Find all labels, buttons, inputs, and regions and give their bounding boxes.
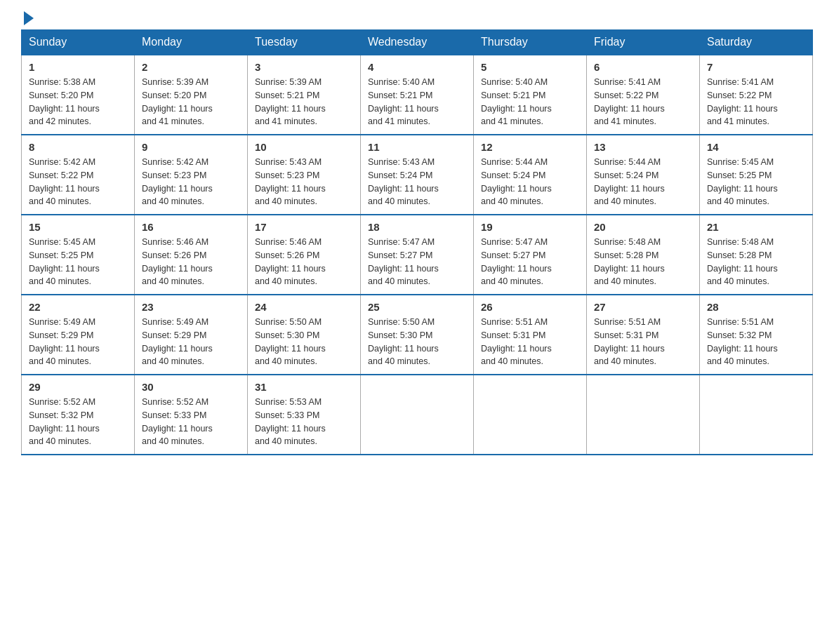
day-info: Sunrise: 5:45 AMSunset: 5:25 PMDaylight:… [707, 156, 805, 208]
logo-arrow-icon [24, 11, 34, 25]
calendar-day-cell: 16Sunrise: 5:46 AMSunset: 5:26 PMDayligh… [135, 215, 248, 295]
day-number: 8 [29, 141, 127, 153]
calendar-day-cell: 3Sunrise: 5:39 AMSunset: 5:21 PMDaylight… [248, 55, 361, 135]
calendar-day-cell: 17Sunrise: 5:46 AMSunset: 5:26 PMDayligh… [248, 215, 361, 295]
day-number: 2 [142, 61, 240, 73]
day-info: Sunrise: 5:40 AMSunset: 5:21 PMDaylight:… [368, 76, 466, 128]
calendar-day-cell: 5Sunrise: 5:40 AMSunset: 5:21 PMDaylight… [474, 55, 587, 135]
calendar-day-cell: 28Sunrise: 5:51 AMSunset: 5:32 PMDayligh… [700, 295, 813, 375]
day-number: 19 [481, 221, 579, 233]
calendar-day-cell: 24Sunrise: 5:50 AMSunset: 5:30 PMDayligh… [248, 295, 361, 375]
day-number: 29 [29, 381, 127, 393]
day-number: 24 [255, 301, 353, 313]
calendar-day-cell: 30Sunrise: 5:52 AMSunset: 5:33 PMDayligh… [135, 375, 248, 455]
day-info: Sunrise: 5:40 AMSunset: 5:21 PMDaylight:… [481, 76, 579, 128]
calendar-day-cell: 25Sunrise: 5:50 AMSunset: 5:30 PMDayligh… [361, 295, 474, 375]
calendar-day-cell: 29Sunrise: 5:52 AMSunset: 5:32 PMDayligh… [22, 375, 135, 455]
weekday-header-wednesday: Wednesday [361, 30, 474, 55]
day-info: Sunrise: 5:51 AMSunset: 5:32 PMDaylight:… [707, 316, 805, 368]
calendar-week-row: 22Sunrise: 5:49 AMSunset: 5:29 PMDayligh… [22, 295, 813, 375]
day-number: 17 [255, 221, 353, 233]
calendar-day-cell: 27Sunrise: 5:51 AMSunset: 5:31 PMDayligh… [587, 295, 700, 375]
weekday-header-tuesday: Tuesday [248, 30, 361, 55]
day-number: 12 [481, 141, 579, 153]
weekday-header-monday: Monday [135, 30, 248, 55]
day-number: 27 [594, 301, 692, 313]
logo [21, 14, 34, 22]
day-info: Sunrise: 5:41 AMSunset: 5:22 PMDaylight:… [594, 76, 692, 128]
day-info: Sunrise: 5:38 AMSunset: 5:20 PMDaylight:… [29, 76, 127, 128]
day-info: Sunrise: 5:47 AMSunset: 5:27 PMDaylight:… [481, 236, 579, 288]
day-number: 28 [707, 301, 805, 313]
day-number: 16 [142, 221, 240, 233]
calendar-week-row: 15Sunrise: 5:45 AMSunset: 5:25 PMDayligh… [22, 215, 813, 295]
day-number: 1 [29, 61, 127, 73]
calendar-week-row: 29Sunrise: 5:52 AMSunset: 5:32 PMDayligh… [22, 375, 813, 455]
day-number: 11 [368, 141, 466, 153]
calendar-day-cell: 8Sunrise: 5:42 AMSunset: 5:22 PMDaylight… [22, 135, 135, 215]
calendar-day-cell: 1Sunrise: 5:38 AMSunset: 5:20 PMDaylight… [22, 55, 135, 135]
day-number: 10 [255, 141, 353, 153]
calendar-day-cell: 12Sunrise: 5:44 AMSunset: 5:24 PMDayligh… [474, 135, 587, 215]
day-info: Sunrise: 5:43 AMSunset: 5:23 PMDaylight:… [255, 156, 353, 208]
calendar-day-cell: 22Sunrise: 5:49 AMSunset: 5:29 PMDayligh… [22, 295, 135, 375]
calendar-day-cell: 11Sunrise: 5:43 AMSunset: 5:24 PMDayligh… [361, 135, 474, 215]
day-info: Sunrise: 5:52 AMSunset: 5:33 PMDaylight:… [142, 396, 240, 448]
day-info: Sunrise: 5:48 AMSunset: 5:28 PMDaylight:… [594, 236, 692, 288]
day-number: 22 [29, 301, 127, 313]
day-info: Sunrise: 5:48 AMSunset: 5:28 PMDaylight:… [707, 236, 805, 288]
calendar-empty-cell [587, 375, 700, 455]
calendar-day-cell: 13Sunrise: 5:44 AMSunset: 5:24 PMDayligh… [587, 135, 700, 215]
day-info: Sunrise: 5:41 AMSunset: 5:22 PMDaylight:… [707, 76, 805, 128]
day-number: 21 [707, 221, 805, 233]
calendar-empty-cell [361, 375, 474, 455]
day-info: Sunrise: 5:45 AMSunset: 5:25 PMDaylight:… [29, 236, 127, 288]
day-info: Sunrise: 5:44 AMSunset: 5:24 PMDaylight:… [594, 156, 692, 208]
calendar-day-cell: 23Sunrise: 5:49 AMSunset: 5:29 PMDayligh… [135, 295, 248, 375]
day-info: Sunrise: 5:42 AMSunset: 5:22 PMDaylight:… [29, 156, 127, 208]
day-number: 31 [255, 381, 353, 393]
day-info: Sunrise: 5:44 AMSunset: 5:24 PMDaylight:… [481, 156, 579, 208]
day-info: Sunrise: 5:47 AMSunset: 5:27 PMDaylight:… [368, 236, 466, 288]
calendar-day-cell: 18Sunrise: 5:47 AMSunset: 5:27 PMDayligh… [361, 215, 474, 295]
day-info: Sunrise: 5:49 AMSunset: 5:29 PMDaylight:… [142, 316, 240, 368]
day-info: Sunrise: 5:51 AMSunset: 5:31 PMDaylight:… [594, 316, 692, 368]
calendar-day-cell: 7Sunrise: 5:41 AMSunset: 5:22 PMDaylight… [700, 55, 813, 135]
calendar-day-cell: 19Sunrise: 5:47 AMSunset: 5:27 PMDayligh… [474, 215, 587, 295]
day-number: 6 [594, 61, 692, 73]
calendar-day-cell: 4Sunrise: 5:40 AMSunset: 5:21 PMDaylight… [361, 55, 474, 135]
day-info: Sunrise: 5:53 AMSunset: 5:33 PMDaylight:… [255, 396, 353, 448]
day-info: Sunrise: 5:46 AMSunset: 5:26 PMDaylight:… [255, 236, 353, 288]
logo-general-text [21, 14, 34, 25]
day-number: 18 [368, 221, 466, 233]
weekday-header-sunday: Sunday [22, 30, 135, 55]
calendar-day-cell: 20Sunrise: 5:48 AMSunset: 5:28 PMDayligh… [587, 215, 700, 295]
day-number: 14 [707, 141, 805, 153]
weekday-header-saturday: Saturday [700, 30, 813, 55]
day-info: Sunrise: 5:43 AMSunset: 5:24 PMDaylight:… [368, 156, 466, 208]
day-info: Sunrise: 5:46 AMSunset: 5:26 PMDaylight:… [142, 236, 240, 288]
day-info: Sunrise: 5:52 AMSunset: 5:32 PMDaylight:… [29, 396, 127, 448]
day-number: 23 [142, 301, 240, 313]
day-info: Sunrise: 5:39 AMSunset: 5:20 PMDaylight:… [142, 76, 240, 128]
day-number: 26 [481, 301, 579, 313]
day-number: 4 [368, 61, 466, 73]
weekday-header-thursday: Thursday [474, 30, 587, 55]
day-info: Sunrise: 5:39 AMSunset: 5:21 PMDaylight:… [255, 76, 353, 128]
day-info: Sunrise: 5:51 AMSunset: 5:31 PMDaylight:… [481, 316, 579, 368]
calendar-week-row: 8Sunrise: 5:42 AMSunset: 5:22 PMDaylight… [22, 135, 813, 215]
day-number: 7 [707, 61, 805, 73]
calendar-table: SundayMondayTuesdayWednesdayThursdayFrid… [21, 29, 813, 455]
calendar-header-row: SundayMondayTuesdayWednesdayThursdayFrid… [22, 30, 813, 55]
day-number: 13 [594, 141, 692, 153]
calendar-day-cell: 26Sunrise: 5:51 AMSunset: 5:31 PMDayligh… [474, 295, 587, 375]
calendar-empty-cell [700, 375, 813, 455]
weekday-header-friday: Friday [587, 30, 700, 55]
day-number: 30 [142, 381, 240, 393]
calendar-day-cell: 6Sunrise: 5:41 AMSunset: 5:22 PMDaylight… [587, 55, 700, 135]
day-info: Sunrise: 5:42 AMSunset: 5:23 PMDaylight:… [142, 156, 240, 208]
day-number: 3 [255, 61, 353, 73]
day-info: Sunrise: 5:49 AMSunset: 5:29 PMDaylight:… [29, 316, 127, 368]
day-number: 15 [29, 221, 127, 233]
calendar-day-cell: 10Sunrise: 5:43 AMSunset: 5:23 PMDayligh… [248, 135, 361, 215]
